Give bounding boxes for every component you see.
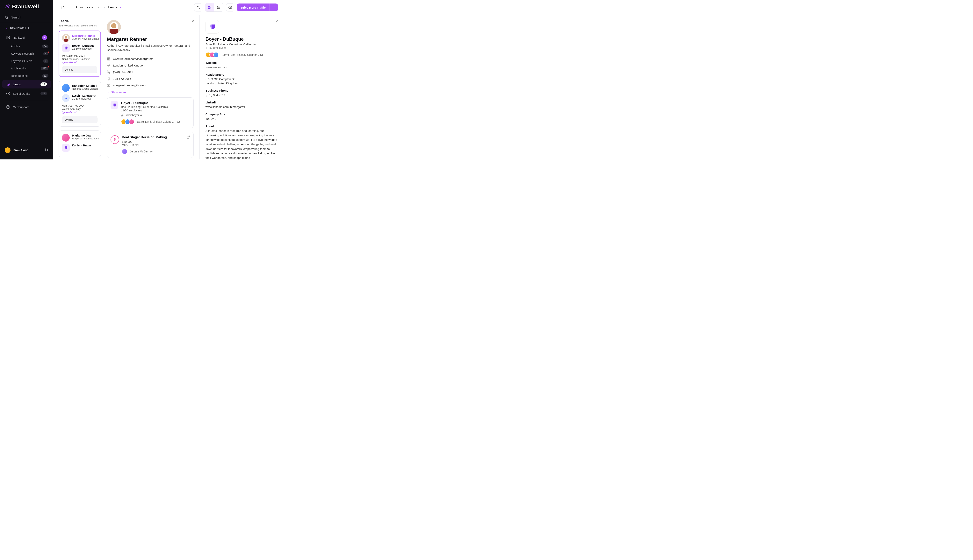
- svg-point-4: [8, 84, 9, 85]
- mobile-icon: [107, 77, 110, 80]
- company-panel[interactable]: Boyer - DuBuque Book Publishing • Cupert…: [107, 97, 194, 128]
- radio-icon: [6, 92, 10, 95]
- svg-rect-18: [210, 8, 211, 9]
- view-toggle: [205, 3, 223, 12]
- close-button[interactable]: [275, 19, 279, 24]
- dollar-icon: $: [110, 135, 119, 144]
- main: › acme.com › Leads Drive More Traffic: [53, 0, 283, 160]
- svg-marker-2: [7, 36, 10, 38]
- grid-view-button[interactable]: [205, 3, 214, 12]
- svg-rect-20: [217, 8, 220, 9]
- linkedin-icon: [107, 57, 110, 61]
- nav-leads[interactable]: Leads 10: [2, 80, 51, 88]
- brand-logo: BrandWell: [0, 3, 53, 13]
- svg-rect-15: [209, 6, 210, 7]
- person-column: Margaret Renner Author | Keynote Speaker…: [101, 15, 200, 160]
- svg-rect-25: [108, 58, 108, 60]
- sidebar: BrandWell Search BRANDWELL.AI RankWell +…: [0, 0, 53, 160]
- company-logo-icon: [206, 20, 219, 33]
- cta-dropdown[interactable]: [269, 3, 278, 11]
- svg-point-27: [108, 65, 109, 65]
- nav-rankwell[interactable]: RankWell +: [2, 33, 51, 42]
- person-phone: (578) 954-7311: [107, 69, 194, 75]
- close-button[interactable]: [191, 19, 195, 24]
- leads-title: Leads: [59, 19, 101, 23]
- sparkle-icon: [75, 5, 79, 9]
- location-icon: [107, 64, 110, 67]
- lead-card[interactable]: Margaret RennerAuthor | Keynote Speak Bo…: [59, 30, 101, 77]
- target-icon: [6, 82, 10, 86]
- people-avatars: Darrel Lynd, Lindsay Goldner... +32: [121, 119, 180, 125]
- person-mobile: 798-572-2956: [107, 75, 194, 82]
- sidebar-sub-item[interactable]: Article Audits117: [0, 65, 53, 72]
- external-link-icon[interactable]: [186, 135, 190, 140]
- link-icon: [121, 113, 124, 117]
- svg-rect-19: [217, 6, 220, 7]
- sign-out-icon[interactable]: [45, 148, 48, 152]
- search-icon: [5, 15, 8, 20]
- company-column: Boyer - DuBuque Book Publishing • Cupert…: [200, 15, 283, 160]
- nav-social-quake[interactable]: Social Quake 10: [2, 89, 51, 98]
- breadcrumb-page[interactable]: Leads: [108, 5, 122, 9]
- settings-button[interactable]: [226, 3, 234, 12]
- person-name: Margaret Renner: [107, 37, 194, 42]
- breadcrumb-sep: ›: [70, 6, 71, 9]
- lead-card[interactable]: Randolph MitchellNational Group Liaison …: [59, 81, 101, 127]
- svg-point-9: [8, 93, 8, 94]
- svg-point-11: [8, 108, 8, 108]
- breadcrumb-site[interactable]: acme.com: [75, 5, 100, 9]
- person-email: margaret.renner@boyer.io: [107, 82, 194, 89]
- search-button[interactable]: [194, 3, 202, 12]
- sidebar-sub-item[interactable]: Keyword Clusters7: [0, 57, 53, 65]
- lead-card[interactable]: Marianne GrantRegional Accounts Tech Koh…: [59, 130, 101, 157]
- chevron-down-icon: [97, 6, 100, 9]
- user-avatar: [5, 147, 10, 153]
- mail-icon: [107, 83, 110, 87]
- leads-subtitle: Your website visitor profile and insi: [59, 24, 101, 27]
- person-title: Author | Keynote Speaker | Small Busines…: [107, 43, 194, 52]
- company-name: Boyer - DuBuque: [206, 37, 278, 42]
- sidebar-sub-item[interactable]: Topic Reports12: [0, 72, 53, 80]
- list-view-button[interactable]: [214, 3, 223, 12]
- svg-point-26: [108, 58, 108, 58]
- layers-icon: [6, 36, 10, 40]
- svg-line-31: [188, 136, 189, 137]
- svg-rect-17: [209, 8, 210, 9]
- chevron-down-icon: [119, 6, 122, 9]
- sidebar-sub-item[interactable]: Keyword Research4: [0, 50, 53, 57]
- chevron-down-icon: [5, 27, 8, 30]
- nav-support[interactable]: Get Support: [2, 103, 51, 111]
- svg-line-1: [7, 18, 8, 19]
- company-url[interactable]: www.boyer.io: [121, 113, 180, 117]
- search-input[interactable]: Search: [0, 13, 53, 22]
- leads-column: Leads Your website visitor profile and i…: [53, 15, 101, 160]
- person-avatar: [107, 20, 121, 34]
- svg-point-3: [7, 83, 9, 85]
- phone-icon: [107, 70, 110, 74]
- svg-point-21: [230, 7, 231, 8]
- brand-logo-icon: [5, 4, 10, 9]
- svg-point-13: [197, 6, 199, 8]
- svg-rect-16: [210, 6, 211, 7]
- cta-button[interactable]: Drive More Traffic: [237, 3, 278, 11]
- person-location: London, United Kingdom: [107, 62, 194, 69]
- topbar: › acme.com › Leads Drive More Traffic: [53, 0, 283, 15]
- workspace-header[interactable]: BRANDWELL.AI: [0, 24, 53, 32]
- help-icon: [6, 105, 10, 109]
- add-button[interactable]: +: [42, 35, 47, 40]
- svg-line-14: [199, 8, 200, 9]
- company-logo-icon: [110, 101, 118, 109]
- show-more-button[interactable]: Show more: [107, 91, 194, 94]
- deal-panel[interactable]: $ Deal Stage: Decision Making $20,000 Mo…: [107, 132, 194, 158]
- chevron-down-icon: [107, 91, 110, 93]
- sidebar-sub-item[interactable]: Articles54: [0, 43, 53, 50]
- svg-point-0: [5, 16, 8, 18]
- person-linkedin[interactable]: www.linkedin.com/in/margaretr: [107, 56, 194, 62]
- home-button[interactable]: [59, 3, 67, 12]
- user-menu[interactable]: Drew Cano: [0, 145, 53, 156]
